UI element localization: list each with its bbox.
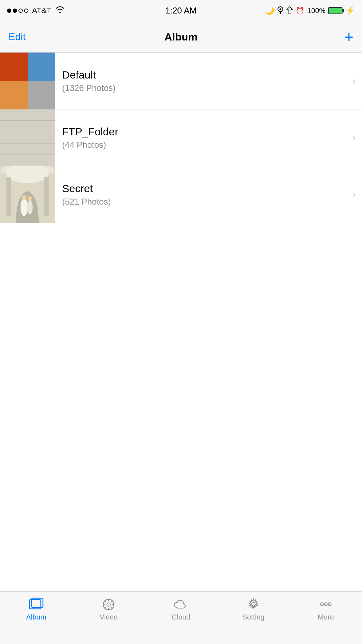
arrow-icon	[286, 6, 293, 15]
svg-point-25	[320, 603, 323, 606]
secret-thumb-art	[0, 166, 55, 223]
tab-video-label: Video	[100, 613, 118, 621]
thumb-segment-2	[28, 53, 55, 81]
svg-point-9	[22, 195, 27, 200]
svg-point-10	[27, 200, 33, 214]
signal-dot-2	[13, 9, 17, 13]
wifi-icon	[55, 6, 65, 16]
video-icon	[100, 597, 117, 611]
nav-bar: Edit Album +	[0, 21, 362, 53]
tab-cloud-label: Cloud	[172, 613, 190, 621]
album-info-secret: Secret (521 Photos)	[55, 183, 352, 207]
svg-point-1	[279, 8, 281, 10]
status-right: 🌙 ⏰ 100% ⚡	[265, 6, 355, 16]
alarm-icon: ⏰	[296, 6, 305, 15]
album-item-secret[interactable]: Secret (521 Photos) ›	[0, 166, 362, 223]
battery-indicator	[328, 7, 342, 14]
album-thumb-default	[0, 53, 55, 109]
signal-dot-1	[7, 9, 11, 13]
album-icon	[28, 597, 44, 611]
album-item-ftp[interactable]: FTP_Folder (44 Photos) ›	[0, 109, 362, 166]
battery-body	[328, 7, 342, 14]
battery-fill	[329, 8, 342, 13]
album-count-secret: (521 Photos)	[62, 197, 345, 207]
add-album-button[interactable]: +	[344, 28, 353, 46]
charging-icon: ⚡	[345, 6, 355, 15]
album-count-default: (1326 Photos)	[62, 83, 345, 93]
tab-video[interactable]: Video	[72, 597, 145, 621]
moon-icon: 🌙	[265, 6, 274, 15]
tab-setting[interactable]: Setting	[217, 597, 290, 621]
svg-point-24	[252, 602, 255, 606]
thumb-segment-3	[0, 81, 28, 109]
tab-more[interactable]: More	[290, 597, 362, 621]
svg-line-23	[105, 607, 106, 608]
thumb-segment-1	[0, 53, 28, 81]
tab-more-label: More	[318, 613, 334, 621]
signal-dot-4	[24, 9, 28, 13]
tab-album-label: Album	[26, 613, 46, 621]
tab-album[interactable]: Album	[0, 597, 72, 621]
secret-thumb-svg	[0, 166, 55, 223]
tab-cloud[interactable]: Cloud	[145, 597, 217, 621]
chevron-right-icon: ›	[352, 75, 356, 87]
tab-bar: Album Video Cloud Setting	[0, 591, 362, 644]
cloud-icon	[173, 597, 189, 611]
carrier-label: AT&T	[32, 6, 51, 15]
album-thumb-ftp	[0, 109, 55, 166]
battery-percentage: 100%	[307, 7, 325, 15]
svg-point-11	[28, 196, 32, 200]
album-name-ftp: FTP_Folder	[62, 126, 345, 138]
signal-dots	[7, 9, 28, 13]
thumb-segment-4	[28, 81, 55, 109]
svg-point-15	[107, 603, 110, 606]
album-item-default[interactable]: Default (1326 Photos) ›	[0, 53, 362, 109]
svg-point-26	[324, 603, 327, 606]
status-left: AT&T	[7, 6, 65, 16]
svg-line-22	[111, 601, 113, 602]
tab-setting-label: Setting	[242, 613, 264, 621]
album-count-ftp: (44 Photos)	[62, 140, 345, 150]
chevron-right-icon-ftp: ›	[352, 132, 356, 144]
svg-line-21	[111, 607, 113, 608]
setting-icon	[245, 597, 262, 611]
edit-button[interactable]: Edit	[9, 31, 26, 43]
ftp-thumb-art	[0, 109, 55, 166]
svg-point-27	[328, 603, 331, 606]
album-info-ftp: FTP_Folder (44 Photos)	[55, 126, 352, 150]
signal-dot-3	[18, 9, 23, 13]
album-name-default: Default	[62, 69, 345, 81]
album-name-secret: Secret	[62, 183, 345, 195]
svg-line-20	[105, 601, 106, 602]
status-bar: AT&T 1:20 AM 🌙 ⏰ 100%	[0, 0, 362, 21]
svg-point-8	[21, 198, 28, 216]
time-display: 1:20 AM	[165, 6, 197, 16]
album-thumb-secret	[0, 166, 55, 223]
chevron-right-icon-secret: ›	[352, 189, 356, 200]
svg-rect-6	[6, 177, 11, 216]
page-title: Album	[164, 31, 197, 43]
svg-rect-7	[44, 177, 49, 216]
album-info-default: Default (1326 Photos)	[55, 69, 352, 93]
more-icon	[318, 597, 334, 611]
default-thumb-art	[0, 53, 55, 109]
location-icon	[277, 6, 284, 16]
content-empty-area	[0, 223, 362, 614]
album-list: Default (1326 Photos) › FTP_Folder (44 P…	[0, 53, 362, 223]
